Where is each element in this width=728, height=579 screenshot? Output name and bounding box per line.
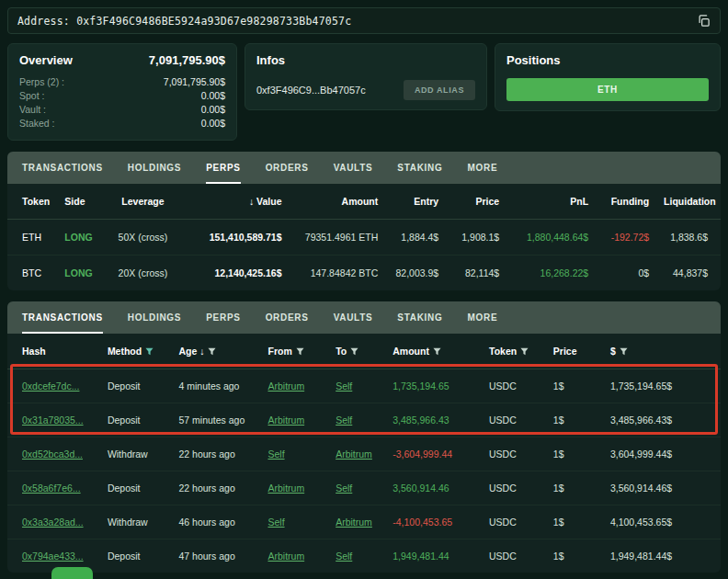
tab-more[interactable]: MORE <box>468 301 498 334</box>
address-bar: Address: 0xf3F496C9486BE5924a93D67e98298… <box>7 7 721 34</box>
col-header-leverage[interactable]: Leverage <box>104 184 182 220</box>
transactions-tab-bar: TRANSACTIONSHOLDINGSPERPSORDERSVAULTSSTA… <box>7 301 721 334</box>
cell-price: 1$ <box>546 505 603 539</box>
tab-staking[interactable]: STAKING <box>397 301 442 334</box>
col-header-pnl[interactable]: PnL <box>506 184 596 220</box>
table-row: 0xd52bca3d...Withdraw22 hours agoSelfArb… <box>7 437 721 471</box>
hash-link[interactable]: 0x31a78035... <box>22 414 84 426</box>
cell-token: USDC <box>482 505 546 539</box>
chat-widget-partial[interactable] <box>51 567 93 579</box>
from-link[interactable]: Self <box>267 448 284 460</box>
cell-leverage: 50X (cross) <box>104 220 182 255</box>
tab-holdings[interactable]: HOLDINGS <box>128 152 181 184</box>
cell-to: Self <box>328 539 385 573</box>
cell-age: 4 minutes ago <box>171 369 260 403</box>
tab-holdings[interactable]: HOLDINGS <box>128 301 181 334</box>
cell-entry: 1,884.4$ <box>385 220 446 255</box>
col-header-to[interactable]: To <box>328 334 385 369</box>
cell-amount: 1,949,481.44 <box>385 539 482 573</box>
filter-icon[interactable] <box>350 347 358 356</box>
hash-link[interactable]: 0x3a3a28ad... <box>22 517 84 528</box>
col-header-amount[interactable]: Amount <box>290 184 386 220</box>
col-header-value[interactable]: ↓ Value <box>182 184 289 220</box>
overview-row: Staked :0.00$ <box>19 117 225 131</box>
cell-leverage: 20X (cross) <box>104 255 182 291</box>
to-link[interactable]: Self <box>336 380 352 392</box>
overview-row-label: Spot : <box>19 89 44 103</box>
overview-row-label: Perps (2) : <box>19 75 64 89</box>
to-link[interactable]: Arbitrum <box>336 448 372 460</box>
hash-link[interactable]: 0x58a6f7e6... <box>22 482 81 494</box>
tab-vaults[interactable]: VAULTS <box>334 152 373 184</box>
positions-card: Positions ETH <box>495 43 721 111</box>
filter-icon[interactable] <box>296 347 304 356</box>
hash-link[interactable]: 0xd52bca3d... <box>22 448 83 460</box>
copy-icon[interactable] <box>697 14 711 28</box>
infos-card: Infos 0xf3F496C9...Bb47057c ADD ALIAS <box>245 43 487 110</box>
cell-funding: 0$ <box>596 255 656 291</box>
hash-link[interactable]: 0x794ae433... <box>22 551 84 562</box>
from-link[interactable]: Arbitrum <box>267 380 304 392</box>
tab-transactions[interactable]: TRANSACTIONS <box>22 152 103 184</box>
to-link[interactable]: Arbitrum <box>336 517 372 528</box>
perps-tab-bar: TRANSACTIONSHOLDINGSPERPSORDERSVAULTSSTA… <box>7 152 721 184</box>
cell-usd: 4,100,453.65$ <box>603 505 721 539</box>
to-link[interactable]: Self <box>336 482 352 494</box>
tab-more[interactable]: MORE <box>468 152 498 184</box>
col-header-amount[interactable]: Amount <box>385 334 482 369</box>
col-header-age[interactable]: Age ↓ <box>171 334 260 369</box>
cell-method: Deposit <box>100 471 172 505</box>
tab-orders[interactable]: ORDERS <box>266 152 309 184</box>
filter-icon[interactable] <box>208 347 216 356</box>
cell-entry: 82,003.9$ <box>385 255 446 291</box>
col-header-token[interactable]: Token <box>7 184 57 220</box>
cell-price: 1$ <box>546 437 603 471</box>
cell-from: Arbitrum <box>260 471 328 505</box>
col-header-price[interactable]: Price <box>446 184 506 220</box>
cell-funding: -192.72$ <box>596 220 656 255</box>
cell-hash: 0xdcefe7dc... <box>7 369 100 403</box>
tab-perps[interactable]: PERPS <box>206 301 240 334</box>
from-link[interactable]: Arbitrum <box>267 414 304 426</box>
summary-cards: Overview 7,091,795.90$ Perps (2) :7,091,… <box>7 43 721 141</box>
tab-staking[interactable]: STAKING <box>397 152 442 184</box>
to-link[interactable]: Self <box>336 551 352 562</box>
tab-vaults[interactable]: VAULTS <box>334 301 373 334</box>
perps-section: TRANSACTIONSHOLDINGSPERPSORDERSVAULTSSTA… <box>7 152 721 290</box>
from-link[interactable]: Arbitrum <box>267 482 304 494</box>
overview-breakdown: Perps (2) :7,091,795.90$Spot :0.00$Vault… <box>19 75 225 131</box>
filter-icon[interactable] <box>620 347 628 356</box>
col-header-hash[interactable]: Hash <box>7 334 100 369</box>
col-header-entry[interactable]: Entry <box>385 184 446 220</box>
cell-amount: 147.84842 BTC <box>290 255 386 291</box>
tab-orders[interactable]: ORDERS <box>266 301 309 334</box>
tab-perps[interactable]: PERPS <box>206 152 240 184</box>
from-link[interactable]: Arbitrum <box>267 551 304 562</box>
position-token-button-eth[interactable]: ETH <box>506 78 709 101</box>
cell-amount: 3,485,966.43 <box>385 403 482 437</box>
filter-icon[interactable] <box>145 347 154 356</box>
overview-row-value: 0.00$ <box>201 89 225 103</box>
col-header-liquidation[interactable]: Liquidation <box>656 184 721 220</box>
col-header-funding[interactable]: Funding <box>596 184 656 220</box>
filter-icon[interactable] <box>433 347 441 356</box>
from-link[interactable]: Self <box>267 517 284 528</box>
add-alias-button[interactable]: ADD ALIAS <box>404 80 475 100</box>
tab-transactions[interactable]: TRANSACTIONS <box>22 301 103 334</box>
table-row: 0x794ae433...Deposit47 hours agoArbitrum… <box>7 539 721 573</box>
filter-icon[interactable] <box>520 347 529 356</box>
table-row: BTCLONG20X (cross)12,140,425.16$147.8484… <box>7 255 721 291</box>
to-link[interactable]: Self <box>336 414 352 426</box>
col-header-usd[interactable]: $ <box>603 334 721 369</box>
col-header-token[interactable]: Token <box>482 334 546 369</box>
cell-usd: 3,485,966.43$ <box>603 403 721 437</box>
col-header-price[interactable]: Price <box>546 334 603 369</box>
perps-table: TokenSideLeverage↓ ValueAmountEntryPrice… <box>7 184 721 290</box>
hash-link[interactable]: 0xdcefe7dc... <box>22 380 79 392</box>
col-header-method[interactable]: Method <box>100 334 172 369</box>
cell-age: 22 hours ago <box>171 471 260 505</box>
col-header-side[interactable]: Side <box>57 184 103 220</box>
cell-amount: -4,100,453.65 <box>385 505 482 539</box>
cell-pnl: 16,268.22$ <box>506 255 596 291</box>
col-header-from[interactable]: From <box>260 334 328 369</box>
